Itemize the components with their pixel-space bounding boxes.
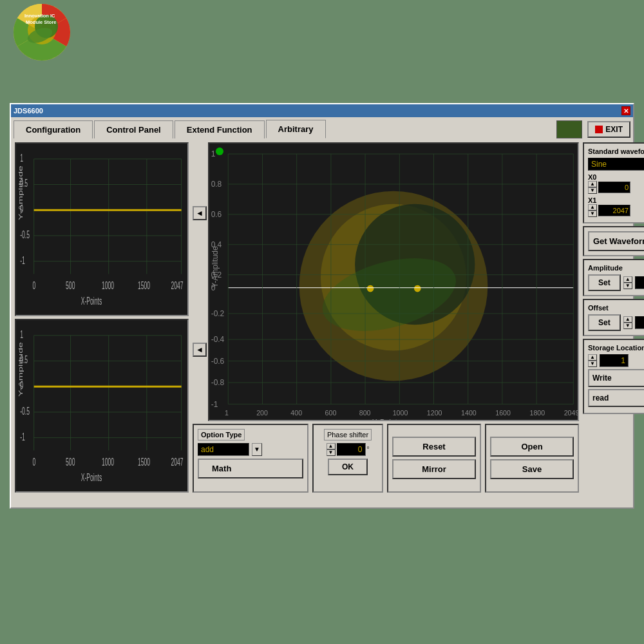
- amplitude-decrement[interactable]: ▼: [623, 283, 632, 289]
- svg-text:Innovation IC: Innovation IC: [24, 13, 55, 19]
- offset-section: Offset Set ▲ ▼ 1: [583, 299, 644, 336]
- reset-button[interactable]: Reset: [392, 437, 476, 457]
- tab-arbitrary[interactable]: Arbitrary: [266, 120, 326, 138]
- window-title: JDS6600: [14, 107, 43, 115]
- svg-text:-1: -1: [20, 254, 25, 267]
- svg-point-56: [367, 285, 374, 292]
- option-type-box: Option Type add ▼ Math: [193, 424, 308, 493]
- x0-group: X0 ▲ ▼ 0: [588, 173, 641, 194]
- svg-text:Y-Amplitude: Y-Amplitude: [211, 246, 220, 288]
- svg-text:200: 200: [256, 409, 268, 417]
- x1-input-row: ▲ ▼ 2047: [588, 204, 641, 217]
- storage-section: Storage Location ▲ ▼ 1 Write read: [583, 339, 644, 414]
- open-button[interactable]: Open: [490, 437, 574, 457]
- close-button[interactable]: ✕: [621, 106, 630, 115]
- exit-button[interactable]: EXIT: [587, 121, 630, 138]
- ok-button[interactable]: OK: [328, 459, 368, 475]
- waveform-value[interactable]: Sine: [588, 158, 644, 171]
- chart-indicator: [216, 147, 223, 155]
- svg-text:Y-Amplitude: Y-Amplitude: [19, 166, 24, 220]
- mirror-button[interactable]: Mirror: [392, 459, 476, 479]
- center-area: ◄ ◄: [193, 142, 579, 493]
- storage-increment[interactable]: ▲: [588, 354, 597, 361]
- svg-text:400: 400: [290, 409, 302, 417]
- svg-text:1600: 1600: [495, 409, 511, 417]
- coord-row-top: X0 ▲ ▼ 0 Y0 ▲: [588, 173, 644, 194]
- phase-spin-buttons: ▲ ▼: [327, 443, 336, 456]
- svg-text:-0.5: -0.5: [20, 229, 30, 241]
- x0-input-row: ▲ ▼ 0: [588, 181, 641, 194]
- left-arrow-bottom[interactable]: ◄: [193, 343, 207, 357]
- phase-degrees: °: [367, 446, 370, 453]
- storage-decrement[interactable]: ▼: [588, 361, 597, 367]
- tab-extend-function[interactable]: Extend Function: [175, 120, 265, 138]
- svg-text:800: 800: [359, 409, 371, 417]
- bottom-chart-svg: 1 0.5 0 -0.5 -1 0 500: [19, 323, 185, 489]
- option-dropdown-arrow[interactable]: ▼: [252, 443, 262, 456]
- top-chart-svg: 1 0.5 0 -0.5 -1: [19, 146, 185, 312]
- x0-value[interactable]: 0: [598, 182, 630, 193]
- svg-text:1: 1: [20, 152, 23, 164]
- main-window: JDS6600 ✕ Configuration Control Panel Ex…: [10, 103, 634, 509]
- svg-text:1000: 1000: [102, 279, 114, 292]
- svg-text:1200: 1200: [427, 409, 442, 417]
- logo-icon: Innovation IC Module Store: [13, 3, 71, 61]
- amplitude-value[interactable]: 1: [635, 276, 644, 289]
- storage-title: Storage Location: [588, 344, 644, 352]
- save-button[interactable]: Save: [490, 459, 574, 479]
- phase-decrement[interactable]: ▼: [327, 450, 336, 456]
- phase-value[interactable]: 0: [337, 443, 366, 456]
- math-button[interactable]: Math: [198, 459, 303, 478]
- svg-text:X-Points: X-Points: [81, 295, 102, 307]
- svg-text:0: 0: [33, 279, 36, 292]
- x1-value[interactable]: 2047: [598, 205, 630, 216]
- exit-icon: [595, 126, 603, 133]
- option-value[interactable]: add: [198, 443, 249, 456]
- amplitude-section: Amplitude Set ▲ ▼ 1: [583, 259, 644, 296]
- exit-label: EXIT: [605, 125, 623, 134]
- x0-decrement[interactable]: ▼: [588, 187, 597, 194]
- storage-input-row: ▲ ▼ 1: [588, 354, 644, 367]
- svg-text:1: 1: [211, 149, 216, 158]
- amplitude-set-row: Set ▲ ▼ 1: [588, 274, 644, 291]
- svg-text:2047: 2047: [171, 279, 184, 292]
- svg-text:600: 600: [325, 409, 337, 417]
- storage-value[interactable]: 1: [600, 354, 629, 367]
- svg-text:1000: 1000: [102, 456, 114, 468]
- left-arrow-top[interactable]: ◄: [193, 206, 207, 220]
- tab-configuration[interactable]: Configuration: [14, 120, 93, 138]
- offset-spin: ▲ ▼: [623, 316, 632, 329]
- svg-text:500: 500: [66, 279, 75, 292]
- get-waveform-button[interactable]: Get Waveform: [588, 231, 644, 251]
- amplitude-increment[interactable]: ▲: [623, 276, 632, 283]
- x0-increment[interactable]: ▲: [588, 181, 597, 187]
- tab-control-panel[interactable]: Control Panel: [94, 120, 173, 138]
- svg-text:500: 500: [66, 456, 75, 468]
- signal-indicator: [556, 120, 582, 138]
- open-save-box: Open Save: [485, 424, 579, 493]
- write-button[interactable]: Write: [588, 369, 644, 387]
- coord-row-bottom: X1 ▲ ▼ 2047 Y1 ▲: [588, 196, 644, 217]
- x1-decrement[interactable]: ▼: [588, 211, 597, 217]
- x1-increment[interactable]: ▲: [588, 204, 597, 211]
- svg-text:0: 0: [33, 456, 36, 468]
- svg-text:-0.5: -0.5: [20, 405, 30, 417]
- svg-text:2047: 2047: [171, 456, 184, 468]
- offset-decrement[interactable]: ▼: [623, 323, 632, 329]
- svg-text:2049: 2049: [564, 409, 578, 417]
- tabs-row: Configuration Control Panel Extend Funct…: [11, 117, 633, 138]
- svg-text:Module Store: Module Store: [26, 19, 57, 25]
- offset-increment[interactable]: ▲: [623, 316, 632, 323]
- offset-set-button[interactable]: Set: [588, 314, 621, 331]
- amplitude-set-button[interactable]: Set: [588, 274, 621, 291]
- phase-increment[interactable]: ▲: [327, 443, 336, 450]
- offset-value[interactable]: 1: [635, 316, 644, 329]
- x1-group: X1 ▲ ▼ 2047: [588, 196, 641, 217]
- right-panel: Standard waveform Sine ▼ X0 ▲ ▼ 0: [583, 142, 644, 493]
- svg-point-57: [414, 285, 421, 292]
- x0-spin: ▲ ▼: [588, 181, 597, 194]
- main-chart-wrapper: ◄ ◄: [193, 142, 579, 421]
- read-button[interactable]: read: [588, 389, 644, 407]
- bottom-controls: Option Type add ▼ Math Phase shifter ▲ ▼: [193, 424, 579, 493]
- x1-label: X1: [588, 196, 641, 204]
